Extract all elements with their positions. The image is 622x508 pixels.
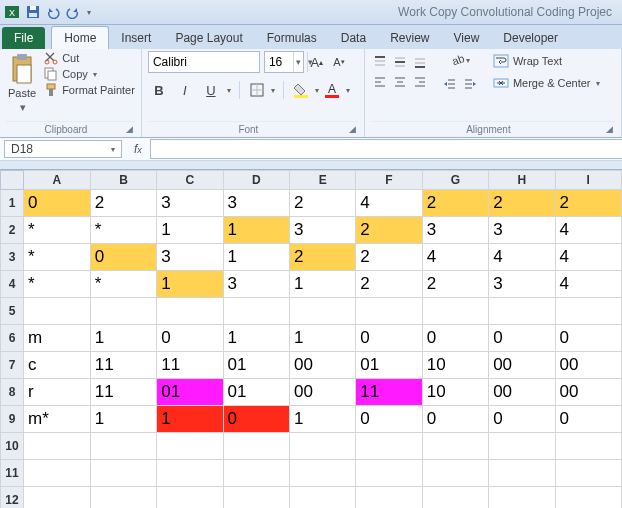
row-header-1[interactable]: 1 bbox=[1, 190, 24, 217]
cell-G5[interactable] bbox=[422, 298, 488, 325]
cell-B5[interactable] bbox=[90, 298, 156, 325]
row-header-3[interactable]: 3 bbox=[1, 244, 24, 271]
cell-F5[interactable] bbox=[356, 298, 422, 325]
cell-I1[interactable]: 2 bbox=[555, 190, 621, 217]
cell-A11[interactable] bbox=[24, 460, 91, 487]
align-left-icon[interactable] bbox=[371, 73, 389, 91]
cell-H3[interactable]: 4 bbox=[489, 244, 555, 271]
tab-home[interactable]: Home bbox=[51, 26, 109, 49]
cell-D5[interactable] bbox=[223, 298, 289, 325]
cell-E5[interactable] bbox=[289, 298, 355, 325]
font-size-input[interactable] bbox=[265, 55, 293, 69]
cell-G6[interactable]: 0 bbox=[422, 325, 488, 352]
cell-I7[interactable]: 00 bbox=[555, 352, 621, 379]
cell-B12[interactable] bbox=[90, 487, 156, 509]
tab-insert[interactable]: Insert bbox=[109, 27, 163, 49]
cell-C8[interactable]: 01 bbox=[157, 379, 223, 406]
cell-C1[interactable]: 3 bbox=[157, 190, 223, 217]
cell-A10[interactable] bbox=[24, 433, 91, 460]
cell-G11[interactable] bbox=[422, 460, 488, 487]
col-header-C[interactable]: C bbox=[157, 171, 223, 190]
cell-E12[interactable] bbox=[289, 487, 355, 509]
cell-F2[interactable]: 2 bbox=[356, 217, 422, 244]
cell-E7[interactable]: 00 bbox=[289, 352, 355, 379]
cell-I11[interactable] bbox=[555, 460, 621, 487]
cell-C2[interactable]: 1 bbox=[157, 217, 223, 244]
row-header-12[interactable]: 12 bbox=[1, 487, 24, 509]
merge-center-button[interactable]: Merge & Center▾ bbox=[493, 75, 600, 91]
tab-review[interactable]: Review bbox=[378, 27, 441, 49]
clipboard-launcher-icon[interactable]: ◢ bbox=[126, 124, 133, 134]
cell-F3[interactable]: 2 bbox=[356, 244, 422, 271]
cell-B6[interactable]: 1 bbox=[90, 325, 156, 352]
cell-C3[interactable]: 3 bbox=[157, 244, 223, 271]
cell-E10[interactable] bbox=[289, 433, 355, 460]
cell-H4[interactable]: 3 bbox=[489, 271, 555, 298]
row-header-5[interactable]: 5 bbox=[1, 298, 24, 325]
cell-H11[interactable] bbox=[489, 460, 555, 487]
cell-B2[interactable]: * bbox=[90, 217, 156, 244]
cell-F12[interactable] bbox=[356, 487, 422, 509]
tab-formulas[interactable]: Formulas bbox=[255, 27, 329, 49]
paste-button[interactable]: Paste ▾ bbox=[6, 51, 38, 116]
cell-A2[interactable]: * bbox=[24, 217, 91, 244]
col-header-E[interactable]: E bbox=[289, 171, 355, 190]
bold-button[interactable]: B bbox=[148, 81, 170, 99]
tab-page-layout[interactable]: Page Layout bbox=[163, 27, 254, 49]
cell-B4[interactable]: * bbox=[90, 271, 156, 298]
cell-H1[interactable]: 2 bbox=[489, 190, 555, 217]
formula-input[interactable] bbox=[150, 139, 622, 159]
col-header-G[interactable]: G bbox=[422, 171, 488, 190]
row-header-6[interactable]: 6 bbox=[1, 325, 24, 352]
cell-I2[interactable]: 4 bbox=[555, 217, 621, 244]
cell-D4[interactable]: 3 bbox=[223, 271, 289, 298]
cell-F11[interactable] bbox=[356, 460, 422, 487]
cell-I3[interactable]: 4 bbox=[555, 244, 621, 271]
cell-A12[interactable] bbox=[24, 487, 91, 509]
cell-G7[interactable]: 10 bbox=[422, 352, 488, 379]
cell-D1[interactable]: 3 bbox=[223, 190, 289, 217]
cell-G2[interactable]: 3 bbox=[422, 217, 488, 244]
cell-G8[interactable]: 10 bbox=[422, 379, 488, 406]
cell-E11[interactable] bbox=[289, 460, 355, 487]
cell-A8[interactable]: r bbox=[24, 379, 91, 406]
decrease-font-icon[interactable]: A▾ bbox=[330, 53, 348, 71]
row-header-2[interactable]: 2 bbox=[1, 217, 24, 244]
tab-data[interactable]: Data bbox=[329, 27, 378, 49]
cell-G10[interactable] bbox=[422, 433, 488, 460]
font-name-combo[interactable]: ▾ bbox=[148, 51, 260, 73]
cell-H9[interactable]: 0 bbox=[489, 406, 555, 433]
cell-A9[interactable]: m* bbox=[24, 406, 91, 433]
fx-icon[interactable]: fx bbox=[126, 142, 150, 156]
cell-C12[interactable] bbox=[157, 487, 223, 509]
col-header-A[interactable]: A bbox=[24, 171, 91, 190]
orientation-button[interactable]: ab▾ bbox=[441, 51, 479, 69]
cell-C9[interactable]: 1 bbox=[157, 406, 223, 433]
cell-B7[interactable]: 11 bbox=[90, 352, 156, 379]
cell-A1[interactable]: 0 bbox=[24, 190, 91, 217]
cell-H8[interactable]: 00 bbox=[489, 379, 555, 406]
cell-A7[interactable]: c bbox=[24, 352, 91, 379]
cell-G12[interactable] bbox=[422, 487, 488, 509]
row-header-9[interactable]: 9 bbox=[1, 406, 24, 433]
cell-I8[interactable]: 00 bbox=[555, 379, 621, 406]
worksheet-grid[interactable]: ABCDEFGHI10233242222**11323343*031224444… bbox=[0, 170, 622, 508]
cell-D8[interactable]: 01 bbox=[223, 379, 289, 406]
cell-H6[interactable]: 0 bbox=[489, 325, 555, 352]
chevron-down-icon[interactable]: ▾ bbox=[111, 145, 115, 154]
italic-button[interactable]: I bbox=[174, 81, 196, 99]
cell-A4[interactable]: * bbox=[24, 271, 91, 298]
format-painter-button[interactable]: Format Painter bbox=[44, 83, 135, 97]
font-color-button[interactable]: A bbox=[323, 81, 341, 99]
col-header-H[interactable]: H bbox=[489, 171, 555, 190]
redo-icon[interactable] bbox=[66, 5, 80, 19]
cell-I4[interactable]: 4 bbox=[555, 271, 621, 298]
cell-C4[interactable]: 1 bbox=[157, 271, 223, 298]
align-middle-icon[interactable] bbox=[391, 53, 409, 71]
chevron-down-icon[interactable]: ▾ bbox=[293, 52, 303, 72]
cell-D10[interactable] bbox=[223, 433, 289, 460]
cell-B3[interactable]: 0 bbox=[90, 244, 156, 271]
col-header-I[interactable]: I bbox=[555, 171, 621, 190]
cell-I10[interactable] bbox=[555, 433, 621, 460]
col-header-D[interactable]: D bbox=[223, 171, 289, 190]
